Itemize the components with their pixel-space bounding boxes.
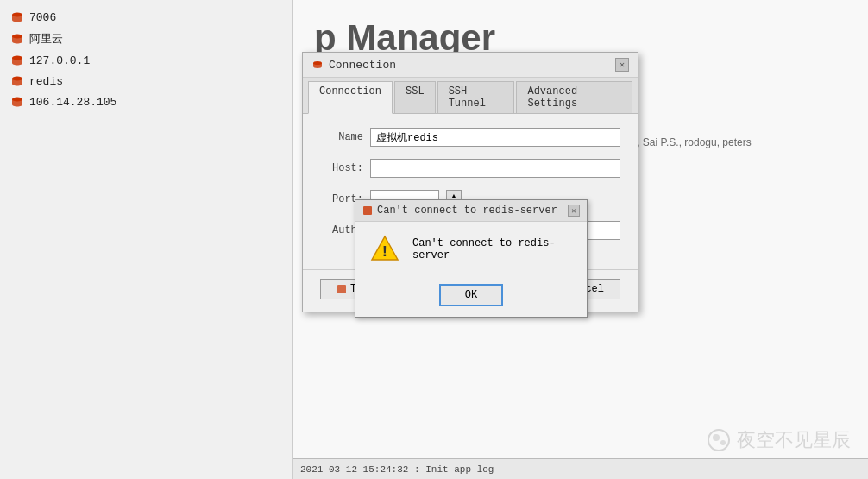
dialog-overlay: Connection ✕ Connection SSL SSH Tunnel A… (293, 0, 868, 479)
sidebar-item-localhost[interactable]: 127.0.0.1 (0, 50, 292, 71)
svg-rect-9 (337, 285, 346, 293)
db-icon-7006 (10, 10, 24, 24)
sidebar-item-7006[interactable]: 7006 (0, 7, 292, 28)
connection-dialog-close[interactable]: ✕ (615, 58, 629, 72)
connection-icon (311, 59, 324, 71)
tab-ssh-tunnel[interactable]: SSH Tunnel (437, 81, 515, 113)
error-title-left: Can't connect to redis-server (362, 205, 557, 217)
error-dialog-close[interactable]: ✕ (568, 205, 580, 217)
db-icon-redis (10, 74, 24, 88)
sidebar-item-label-localhost: 127.0.0.1 (29, 54, 90, 67)
connection-dialog-title: Connection (329, 59, 396, 72)
connection-dialog-titlebar: Connection ✕ (303, 53, 638, 78)
host-label: Host: (320, 162, 363, 174)
error-dialog-title: Can't connect to redis-server (377, 205, 557, 217)
sidebar-item-label-redis: redis (29, 75, 63, 88)
dialog-title-left: Connection (311, 59, 396, 72)
name-row: Name (320, 128, 620, 147)
host-row: Host: (320, 159, 620, 178)
tab-advanced-settings[interactable]: Advanced Settings (516, 81, 632, 113)
svg-rect-10 (363, 206, 372, 215)
sidebar: 7006 阿里云 127.0.0.1 redis 106.14.28.105 (0, 0, 293, 479)
error-ok-button[interactable]: OK (439, 284, 503, 306)
warning-icon: ! (369, 234, 400, 265)
db-icon-aliyun (10, 32, 24, 46)
error-dialog-footer: OK (355, 277, 587, 317)
svg-text:!: ! (381, 243, 390, 261)
test-icon (337, 284, 347, 294)
sidebar-item-redis[interactable]: redis (0, 71, 292, 91)
error-dialog-titlebar: Can't connect to redis-server ✕ (355, 200, 587, 222)
error-icon (362, 205, 373, 216)
sidebar-item-label-remote: 106.14.28.105 (29, 96, 116, 109)
name-input[interactable] (370, 128, 620, 147)
main-content: p Manager y — Igor Malinovskiy in 🇺🇦 Ukr… (293, 0, 868, 479)
host-input[interactable] (370, 159, 620, 178)
sidebar-item-label-aliyun: 阿里云 (29, 31, 63, 47)
tab-ssl[interactable]: SSL (394, 81, 436, 113)
db-icon-remote (10, 95, 24, 109)
db-icon-localhost (10, 54, 24, 67)
sidebar-item-label-7006: 7006 (29, 11, 56, 24)
port-spinner-up[interactable]: ▲ (447, 191, 461, 199)
tab-connection[interactable]: Connection (308, 81, 393, 114)
name-label: Name (320, 131, 363, 143)
connection-dialog-tabs: Connection SSL SSH Tunnel Advanced Setti… (303, 78, 638, 114)
error-dialog: Can't connect to redis-server ✕ ! Can't … (355, 199, 588, 318)
error-message: Can't connect to redis-server (412, 237, 573, 262)
sidebar-item-remote[interactable]: 106.14.28.105 (0, 91, 292, 112)
error-dialog-body: ! Can't connect to redis-server (355, 222, 587, 277)
connection-dialog: Connection ✕ Connection SSL SSH Tunnel A… (302, 52, 638, 312)
sidebar-item-aliyun[interactable]: 阿里云 (0, 28, 292, 50)
